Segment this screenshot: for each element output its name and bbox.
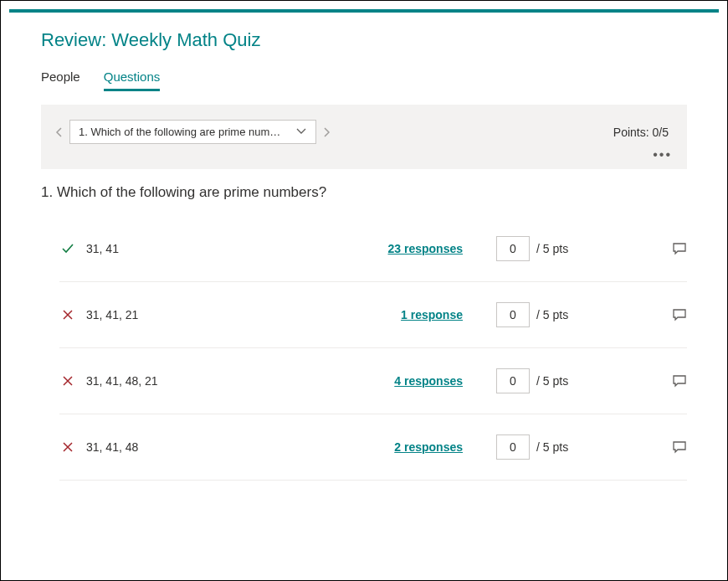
page-title: Review: Weekly Math Quiz (41, 29, 687, 51)
question-selector[interactable]: 1. Which of the following are prime num… (69, 120, 316, 144)
question-title: 1. Which of the following are prime numb… (41, 184, 687, 201)
tab-questions[interactable]: Questions (104, 69, 161, 91)
points-suffix: / 5 pts (536, 440, 568, 454)
responses-link[interactable]: 23 responses (362, 242, 463, 255)
tabs: People Questions (41, 69, 687, 91)
comment-icon[interactable] (672, 308, 687, 321)
more-options-button[interactable]: ••• (653, 147, 672, 162)
answer-row: 31, 41, 48 2 responses / 5 pts (59, 414, 687, 481)
answer-text: 31, 41 (86, 242, 362, 255)
tab-people[interactable]: People (41, 69, 80, 91)
points-suffix: / 5 pts (536, 242, 568, 255)
x-icon (59, 309, 76, 321)
comment-icon[interactable] (672, 374, 687, 388)
points-input[interactable] (496, 236, 530, 261)
points-input[interactable] (496, 368, 530, 393)
check-icon (59, 243, 76, 255)
responses-link[interactable]: 4 responses (362, 374, 463, 388)
comment-icon[interactable] (672, 242, 687, 255)
responses-link[interactable]: 2 responses (362, 440, 463, 454)
answer-row: 31, 41, 48, 21 4 responses / 5 pts (59, 348, 687, 414)
x-icon (59, 441, 76, 453)
points-suffix: / 5 pts (536, 308, 568, 321)
question-toolbar: 1. Which of the following are prime num…… (41, 105, 687, 169)
comment-icon[interactable] (672, 440, 687, 454)
answer-row: 31, 41 23 responses / 5 pts (59, 216, 687, 282)
responses-link[interactable]: 1 response (362, 308, 463, 321)
answers-list: 31, 41 23 responses / 5 pts 31, 41, 21 1… (41, 216, 687, 481)
next-question-button[interactable] (321, 126, 331, 138)
points-input[interactable] (496, 302, 530, 327)
points-suffix: / 5 pts (536, 374, 568, 388)
answer-row: 31, 41, 21 1 response / 5 pts (59, 282, 687, 348)
x-icon (59, 375, 76, 387)
chevron-down-icon (295, 126, 307, 138)
answer-text: 31, 41, 48, 21 (86, 374, 362, 388)
answer-text: 31, 41, 21 (86, 308, 362, 321)
question-selector-label: 1. Which of the following are prime num… (79, 126, 280, 138)
points-summary: Points: 0/5 (613, 126, 669, 139)
answer-text: 31, 41, 48 (86, 440, 362, 454)
prev-question-button[interactable] (54, 126, 64, 138)
points-input[interactable] (496, 434, 530, 460)
